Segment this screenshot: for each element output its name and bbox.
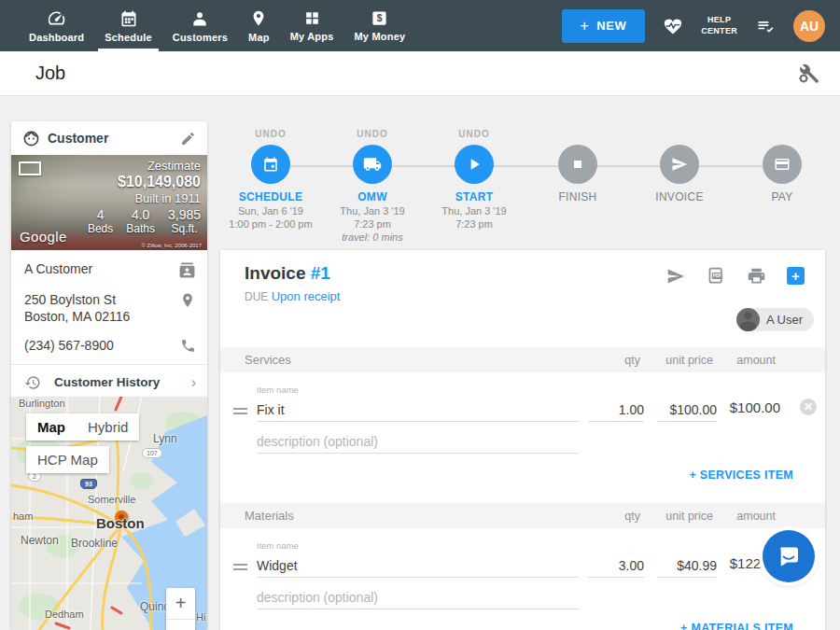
nav-item-dashboard[interactable]: Dashboard (19, 0, 94, 51)
map-type-map-button[interactable]: Map (26, 413, 77, 441)
map-type-control: Map Hybrid (26, 413, 139, 441)
phone-icon[interactable] (180, 338, 196, 354)
nav-label: Dashboard (29, 32, 84, 43)
qty-column-header: qty (624, 510, 640, 523)
pdf-icon[interactable]: PDF (707, 266, 726, 286)
invoice-title: Invoice #1 (245, 263, 330, 284)
customer-address: 250 Boylston St Boston, MA 02116 (24, 292, 130, 325)
hcp-map-control: HCP Map (26, 446, 109, 473)
google-logo: Google (20, 229, 67, 245)
nav-item-schedule[interactable]: Schedule (94, 0, 162, 51)
map-widget[interactable]: Burlington Lynn Somerville Boston ham Ne… (11, 397, 207, 630)
drag-handle[interactable] (233, 405, 247, 417)
undo-button[interactable]: UNDO (315, 129, 430, 142)
item-name-label: Item name (257, 540, 299, 551)
customer-phone-row: (234) 567-8900 (11, 330, 207, 360)
add-materials-item-link[interactable]: + MATERIALS ITEM (680, 622, 793, 630)
edit-pencil-icon[interactable] (180, 131, 196, 147)
contact-card-icon[interactable] (178, 261, 196, 279)
section-name: Services (245, 353, 291, 367)
send-step-icon[interactable] (660, 145, 699, 184)
assignee-chip[interactable]: A User (736, 308, 814, 331)
map-type-hybrid-button[interactable]: Hybrid (77, 413, 139, 441)
new-button[interactable]: + NEW (562, 9, 646, 43)
map-zoom-in-button[interactable]: + (166, 588, 195, 619)
schedule-step-icon[interactable] (251, 145, 290, 184)
map-label-brookline: Brookline (71, 537, 118, 550)
route-107-shield: 107 (142, 448, 162, 458)
location-pin-icon[interactable] (179, 292, 196, 309)
add-services-item-link[interactable]: + SERVICES ITEM (689, 469, 793, 482)
health-heart-icon[interactable] (662, 16, 684, 36)
stop-step-icon[interactable] (558, 145, 597, 184)
nav-label: My Apps (290, 31, 334, 42)
customer-address-row: 250 Boylston St Boston, MA 02116 (11, 285, 207, 330)
property-stats: 4Beds 4.0Baths 3,985Sq.ft. (88, 207, 201, 235)
send-invoice-icon[interactable] (665, 267, 686, 286)
customer-history-label: Customer History (54, 375, 160, 389)
nav-label: Schedule (105, 32, 152, 43)
section-name: Materials (245, 509, 294, 523)
map-label-hi: Hi (196, 611, 205, 623)
chevron-right-icon: › (191, 374, 196, 391)
print-icon[interactable] (747, 266, 766, 286)
customer-history-button[interactable]: Customer History › (11, 365, 207, 401)
unit-price-column-header: unit price (665, 354, 713, 367)
material-item-name-input[interactable] (257, 553, 579, 578)
app-screen: Dashboard Schedule Customers Map (0, 0, 840, 630)
customers-icon (190, 9, 209, 28)
undo-button[interactable]: UNDO (213, 129, 329, 142)
map-zoom-out-button[interactable]: − (166, 620, 195, 630)
service-description-input[interactable] (257, 429, 579, 454)
map-label-waltham: ham (13, 511, 33, 522)
material-description-input[interactable] (257, 585, 579, 609)
service-qty-input[interactable] (588, 398, 644, 422)
customer-face-icon (22, 130, 40, 147)
playlist-check-icon[interactable] (754, 17, 777, 35)
svg-text:PDF: PDF (713, 273, 722, 278)
customer-card: Customer Zestimate $10,149,080 Built in … (11, 121, 207, 401)
i93-shield: 93 (80, 479, 97, 489)
due-terms-link[interactable]: Upon receipt (272, 289, 341, 303)
play-step-icon[interactable] (455, 145, 494, 184)
user-avatar[interactable]: AU (793, 10, 825, 42)
service-amount: $100.00 (706, 399, 780, 415)
chat-bubble-icon (777, 544, 801, 568)
invoice-card: Invoice #1 DUE Upon receipt PDF + A User (220, 250, 825, 630)
material-qty-input[interactable] (588, 553, 644, 578)
job-tools-icon[interactable] (797, 63, 819, 85)
services-section-header: Services qty unit price amount (220, 347, 825, 372)
zestimate-value: $10,149,080 (88, 174, 201, 190)
streetview-frame-icon (19, 161, 41, 175)
assignee-name: A User (766, 313, 803, 327)
nav-items: Dashboard Schedule Customers Map (0, 0, 415, 51)
property-photo[interactable]: Zestimate $10,149,080 Built in 1911 4Bed… (11, 155, 207, 250)
amount-column-header: amount (736, 354, 776, 367)
nav-item-map[interactable]: Map (238, 0, 280, 51)
nav-item-customers[interactable]: Customers (162, 0, 238, 51)
service-item-name-input[interactable] (257, 398, 579, 422)
zestimate-label: Zestimate (88, 159, 201, 173)
customer-name: A Customer (24, 261, 92, 278)
help-center-button[interactable]: HELP CENTER (701, 15, 737, 36)
credit-card-step-icon[interactable] (763, 145, 802, 184)
truck-step-icon[interactable] (353, 145, 392, 184)
add-invoice-button[interactable]: + (787, 267, 805, 285)
nav-label: My Money (355, 31, 406, 42)
svg-text:$: $ (377, 13, 383, 23)
delete-item-icon[interactable]: ✕ (800, 399, 817, 415)
history-clock-icon (24, 374, 41, 391)
timeline-step-invoice: INVOICE (622, 129, 737, 203)
undo-button[interactable]: UNDO (416, 129, 532, 142)
map-label-dedham: Dedham (45, 609, 84, 620)
nav-right: + NEW HELP CENTER AU (562, 0, 840, 51)
drag-handle[interactable] (233, 561, 247, 573)
customer-card-header: Customer (11, 121, 207, 155)
hcp-map-button[interactable]: HCP Map (26, 446, 109, 473)
nav-item-my-apps[interactable]: My Apps (280, 0, 344, 51)
timeline-step-omw: UNDO OMW Thu, Jan 3 '19 7:23 pm travel: … (315, 129, 430, 243)
nav-item-my-money[interactable]: $ My Money (344, 0, 416, 51)
assignee-avatar-icon (736, 308, 760, 331)
chat-messenger-button[interactable] (763, 530, 815, 582)
customer-name-row: A Customer (11, 250, 207, 285)
